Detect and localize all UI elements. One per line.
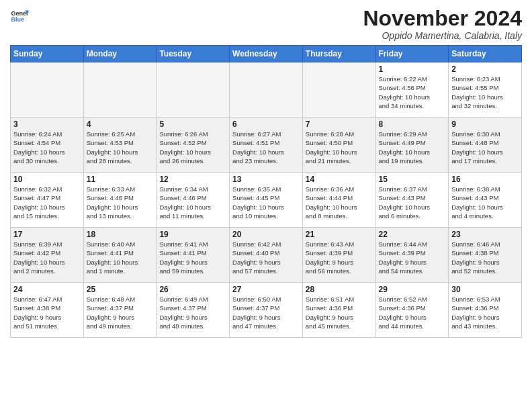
day-info: Sunrise: 6:40 AMSunset: 4:41 PMDaylight:… [87,240,154,275]
day-number: 13 [232,175,300,184]
day-info: Sunrise: 6:24 AMSunset: 4:54 PMDaylight:… [13,130,81,165]
logo-icon: General Blue [10,7,29,26]
day-number: 22 [379,230,446,239]
calendar-cell-w2-d2: 4Sunrise: 6:25 AMSunset: 4:53 PMDaylight… [83,118,157,173]
svg-text:Blue: Blue [11,16,24,23]
day-info: Sunrise: 6:49 AMSunset: 4:37 PMDaylight:… [159,295,226,330]
day-info: Sunrise: 6:22 AMSunset: 4:56 PMDaylight:… [379,75,446,110]
day-number: 26 [159,285,226,294]
day-number: 11 [87,175,154,184]
day-info: Sunrise: 6:32 AMSunset: 4:47 PMDaylight:… [13,185,81,220]
day-number: 25 [87,285,154,294]
calendar-week-3: 10Sunrise: 6:32 AMSunset: 4:47 PMDayligh… [11,173,522,228]
header-saturday: Saturday [449,46,522,62]
day-number: 28 [306,285,373,294]
day-number: 15 [379,175,446,184]
day-info: Sunrise: 6:48 AMSunset: 4:37 PMDaylight:… [87,295,154,330]
month-title: November 2024 [363,7,522,30]
calendar-cell-w1-d6: 1Sunrise: 6:22 AMSunset: 4:56 PMDaylight… [375,62,449,118]
calendar-cell-w4-d4: 20Sunrise: 6:42 AMSunset: 4:40 PMDayligh… [230,228,303,283]
day-info: Sunrise: 6:43 AMSunset: 4:39 PMDaylight:… [306,240,373,275]
calendar-cell-w4-d3: 19Sunrise: 6:41 AMSunset: 4:41 PMDayligh… [157,228,230,283]
day-number: 18 [87,230,154,239]
day-number: 14 [306,175,373,184]
calendar-cell-w5-d3: 26Sunrise: 6:49 AMSunset: 4:37 PMDayligh… [157,283,230,338]
calendar-header-row: Sunday Monday Tuesday Wednesday Thursday… [11,46,522,62]
calendar-week-1: 1Sunrise: 6:22 AMSunset: 4:56 PMDaylight… [11,62,522,118]
day-info: Sunrise: 6:36 AMSunset: 4:44 PMDaylight:… [306,185,373,220]
day-info: Sunrise: 6:47 AMSunset: 4:38 PMDaylight:… [13,295,81,330]
day-number: 3 [13,120,81,129]
calendar-cell-w2-d6: 8Sunrise: 6:29 AMSunset: 4:49 PMDaylight… [375,118,449,173]
calendar-cell-w4-d2: 18Sunrise: 6:40 AMSunset: 4:41 PMDayligh… [83,228,157,283]
day-number: 30 [451,285,519,294]
day-info: Sunrise: 6:53 AMSunset: 4:36 PMDaylight:… [451,295,519,330]
calendar-cell-w5-d2: 25Sunrise: 6:48 AMSunset: 4:37 PMDayligh… [83,283,157,338]
calendar-cell-w2-d1: 3Sunrise: 6:24 AMSunset: 4:54 PMDaylight… [11,118,84,173]
day-number: 19 [159,230,226,239]
header-friday: Friday [375,46,449,62]
calendar-cell-w5-d6: 29Sunrise: 6:52 AMSunset: 4:36 PMDayligh… [375,283,449,338]
day-info: Sunrise: 6:27 AMSunset: 4:51 PMDaylight:… [232,130,300,165]
day-info: Sunrise: 6:23 AMSunset: 4:55 PMDaylight:… [451,75,519,110]
calendar-cell-w4-d6: 22Sunrise: 6:44 AMSunset: 4:39 PMDayligh… [375,228,449,283]
calendar-cell-w1-d3 [157,62,230,118]
header-wednesday: Wednesday [230,46,303,62]
day-number: 10 [13,175,81,184]
title-section: November 2024 Oppido Mamertina, Calabria… [363,7,522,41]
calendar-cell-w1-d5 [302,62,375,118]
day-info: Sunrise: 6:38 AMSunset: 4:43 PMDaylight:… [451,185,519,220]
day-number: 27 [232,285,300,294]
day-number: 2 [451,64,519,74]
day-number: 17 [13,230,81,239]
header-tuesday: Tuesday [157,46,230,62]
day-number: 5 [159,120,226,129]
day-number: 20 [232,230,300,239]
calendar-cell-w5-d7: 30Sunrise: 6:53 AMSunset: 4:36 PMDayligh… [449,283,522,338]
day-info: Sunrise: 6:41 AMSunset: 4:41 PMDaylight:… [159,240,226,275]
calendar-cell-w1-d1 [11,62,84,118]
calendar-cell-w5-d1: 24Sunrise: 6:47 AMSunset: 4:38 PMDayligh… [11,283,84,338]
calendar-cell-w4-d5: 21Sunrise: 6:43 AMSunset: 4:39 PMDayligh… [302,228,375,283]
header-thursday: Thursday [302,46,375,62]
calendar-cell-w3-d1: 10Sunrise: 6:32 AMSunset: 4:47 PMDayligh… [11,173,84,228]
calendar-cell-w1-d2 [83,62,157,118]
day-info: Sunrise: 6:35 AMSunset: 4:45 PMDaylight:… [232,185,300,220]
day-info: Sunrise: 6:33 AMSunset: 4:46 PMDaylight:… [87,185,154,220]
calendar-cell-w4-d7: 23Sunrise: 6:46 AMSunset: 4:38 PMDayligh… [449,228,522,283]
calendar-week-5: 24Sunrise: 6:47 AMSunset: 4:38 PMDayligh… [11,283,522,338]
day-number: 6 [232,120,300,129]
day-info: Sunrise: 6:39 AMSunset: 4:42 PMDaylight:… [13,240,81,275]
calendar-cell-w1-d7: 2Sunrise: 6:23 AMSunset: 4:55 PMDaylight… [449,62,522,118]
day-info: Sunrise: 6:30 AMSunset: 4:48 PMDaylight:… [451,130,519,165]
day-number: 1 [379,64,446,74]
day-number: 16 [451,175,519,184]
day-info: Sunrise: 6:29 AMSunset: 4:49 PMDaylight:… [379,130,446,165]
header: General Blue November 2024 Oppido Mamert… [10,7,522,41]
calendar-cell-w5-d5: 28Sunrise: 6:51 AMSunset: 4:36 PMDayligh… [302,283,375,338]
logo: General Blue [10,7,29,26]
calendar-cell-w2-d5: 7Sunrise: 6:28 AMSunset: 4:50 PMDaylight… [302,118,375,173]
header-monday: Monday [83,46,157,62]
day-info: Sunrise: 6:42 AMSunset: 4:40 PMDaylight:… [232,240,300,275]
calendar-cell-w2-d4: 6Sunrise: 6:27 AMSunset: 4:51 PMDaylight… [230,118,303,173]
header-sunday: Sunday [11,46,84,62]
day-info: Sunrise: 6:50 AMSunset: 4:37 PMDaylight:… [232,295,300,330]
day-number: 23 [451,230,519,239]
calendar-cell-w2-d7: 9Sunrise: 6:30 AMSunset: 4:48 PMDaylight… [449,118,522,173]
day-number: 7 [306,120,373,129]
day-info: Sunrise: 6:46 AMSunset: 4:38 PMDaylight:… [451,240,519,275]
day-info: Sunrise: 6:51 AMSunset: 4:36 PMDaylight:… [306,295,373,330]
day-number: 8 [379,120,446,129]
day-info: Sunrise: 6:28 AMSunset: 4:50 PMDaylight:… [306,130,373,165]
calendar-cell-w3-d3: 12Sunrise: 6:34 AMSunset: 4:46 PMDayligh… [157,173,230,228]
day-number: 29 [379,285,446,294]
day-number: 9 [451,120,519,129]
location: Oppido Mamertina, Calabria, Italy [363,30,522,41]
day-info: Sunrise: 6:37 AMSunset: 4:43 PMDaylight:… [379,185,446,220]
calendar-cell-w2-d3: 5Sunrise: 6:26 AMSunset: 4:52 PMDaylight… [157,118,230,173]
day-number: 24 [13,285,81,294]
calendar-cell-w3-d4: 13Sunrise: 6:35 AMSunset: 4:45 PMDayligh… [230,173,303,228]
day-number: 4 [87,120,154,129]
day-info: Sunrise: 6:52 AMSunset: 4:36 PMDaylight:… [379,295,446,330]
